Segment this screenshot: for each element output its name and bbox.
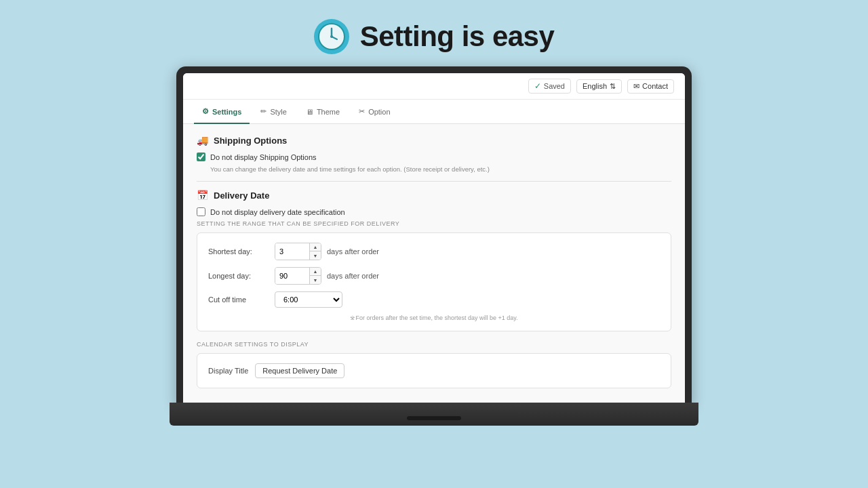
contact-button[interactable]: ✉ Contact — [627, 79, 674, 94]
shipping-checkbox[interactable] — [197, 152, 205, 161]
saved-label: Saved — [544, 82, 565, 90]
app-clock-icon — [314, 19, 349, 54]
svg-point-5 — [330, 35, 333, 38]
delivery-checkbox[interactable] — [197, 207, 205, 216]
delivery-checkbox-label: Do not display delivery date specificati… — [210, 208, 345, 216]
display-title-row: Display Title Request Delivery Date — [208, 363, 660, 378]
shortest-day-spinner: ▲ ▼ — [309, 243, 321, 260]
laptop-screen-outer: ✓ Saved English ⇅ ✉ Contact ⚙ — [176, 66, 692, 405]
delivery-section-title: Delivery Date — [214, 190, 269, 201]
calendar-icon: 📅 — [197, 190, 208, 201]
longest-day-label: Longest day: — [208, 272, 269, 280]
section-divider-1 — [197, 181, 671, 182]
shortest-day-label: Shortest day: — [208, 247, 269, 256]
shipping-helper-text: You can change the delivery date and tim… — [210, 165, 671, 173]
shipping-section-title: Shipping Options — [214, 136, 287, 146]
tab-settings-label: Settings — [212, 108, 241, 116]
scissors-icon: ✂ — [359, 107, 365, 116]
top-bar: ✓ Saved English ⇅ ✉ Contact — [183, 73, 685, 100]
tab-style-label: Style — [270, 108, 286, 116]
shortest-day-row: Shortest day: ▲ ▼ days after order — [208, 243, 660, 260]
page-header: Setting is easy — [314, 19, 555, 54]
tab-settings[interactable]: ⚙ Settings — [194, 100, 250, 124]
chevron-updown-icon: ⇅ — [610, 82, 616, 91]
laptop-container: ✓ Saved English ⇅ ✉ Contact ⚙ — [170, 66, 698, 426]
saved-badge: ✓ Saved — [528, 79, 571, 94]
shortest-day-input-wrapper: ▲ ▼ — [275, 243, 321, 260]
saved-check-icon: ✓ — [534, 81, 541, 91]
cutoff-time-row: Cut off time 0:00 1:00 2:00 3:00 4:00 5:… — [208, 291, 660, 308]
monitor-icon: 🖥 — [306, 108, 313, 116]
cutoff-time-select[interactable]: 0:00 1:00 2:00 3:00 4:00 5:00 6:00 7:00 … — [275, 291, 342, 308]
shipping-checkbox-row: Do not display Shipping Options — [197, 152, 671, 161]
longest-day-row: Longest day: ▲ ▼ days after order — [208, 267, 660, 285]
shipping-section-header: 🚚 Shipping Options — [197, 135, 671, 146]
laptop-screen-inner: ✓ Saved English ⇅ ✉ Contact ⚙ — [183, 73, 685, 405]
longest-day-increment[interactable]: ▲ — [310, 268, 321, 276]
delivery-section-header: 📅 Delivery Date — [197, 190, 671, 201]
delivery-form-box: Shortest day: ▲ ▼ days after order — [197, 232, 671, 331]
tabs-bar: ⚙ Settings ✏ Style 🖥 Theme ✂ Option — [183, 100, 685, 124]
calendar-form-box: Display Title Request Delivery Date — [197, 353, 671, 388]
cutoff-time-label: Cut off time — [208, 296, 269, 304]
language-selector[interactable]: English ⇅ — [576, 79, 622, 94]
delivery-checkbox-row: Do not display delivery date specificati… — [197, 207, 671, 216]
tab-theme[interactable]: 🖥 Theme — [298, 100, 348, 124]
pencil-icon: ✏ — [260, 107, 267, 116]
app-ui: ✓ Saved English ⇅ ✉ Contact ⚙ — [183, 73, 685, 405]
contact-label: Contact — [642, 82, 668, 90]
longest-day-spinner: ▲ ▼ — [309, 268, 321, 284]
display-title-label: Display Title — [208, 367, 248, 375]
shortest-day-decrement[interactable]: ▼ — [310, 251, 321, 260]
gear-icon: ⚙ — [202, 107, 209, 116]
tab-option[interactable]: ✂ Option — [351, 100, 398, 124]
shipping-checkbox-label: Do not display Shipping Options — [210, 153, 317, 161]
truck-icon: 🚚 — [197, 135, 208, 146]
laptop-base — [170, 403, 698, 426]
tab-option-label: Option — [368, 108, 390, 116]
longest-day-unit: days after order — [327, 272, 379, 280]
shortest-day-increment[interactable]: ▲ — [310, 243, 321, 251]
shortest-day-unit: days after order — [327, 247, 379, 256]
envelope-icon: ✉ — [633, 82, 639, 91]
calendar-section-label: CALENDAR SETTINGS TO DISPLAY — [197, 341, 671, 348]
display-title-value: Request Delivery Date — [255, 363, 344, 378]
language-label: English — [583, 82, 607, 90]
page-title: Setting is easy — [360, 20, 555, 53]
longest-day-input[interactable] — [275, 268, 309, 284]
tab-theme-label: Theme — [317, 108, 340, 116]
cutoff-footnote: ※For orders after the set time, the shor… — [208, 314, 660, 321]
shortest-day-input[interactable] — [275, 243, 309, 260]
tab-style[interactable]: ✏ Style — [252, 100, 294, 124]
range-subsection-label: SETTING THE RANGE THAT CAN BE SPECIFIED … — [197, 220, 671, 227]
longest-day-input-wrapper: ▲ ▼ — [275, 267, 321, 285]
content-area: 🚚 Shipping Options Do not display Shippi… — [183, 124, 685, 405]
longest-day-decrement[interactable]: ▼ — [310, 276, 321, 284]
